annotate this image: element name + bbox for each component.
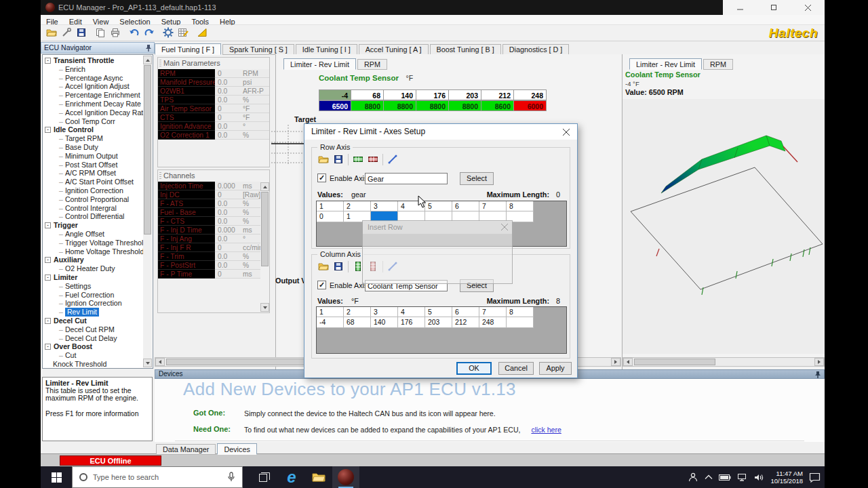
tree-item-igntion-correction[interactable]: Igntion Correction <box>44 299 143 308</box>
apply-button[interactable]: Apply <box>539 362 572 375</box>
scrollbar-thumb[interactable] <box>634 359 715 365</box>
row-axis-enable-checkbox[interactable]: ✓ <box>317 174 326 182</box>
tab-right-1[interactable]: RPM <box>703 59 733 70</box>
tree-item-angle-offset[interactable]: Angle Offset <box>44 230 143 239</box>
row-axis-select-button[interactable]: Select <box>460 172 494 185</box>
tab-tuning-2[interactable]: Idle Tuning [ I ] <box>296 44 357 55</box>
close-icon[interactable] <box>501 224 508 230</box>
tab-tuning-4[interactable]: Boost Tuning [ B ] <box>430 44 501 55</box>
scroll-up-button[interactable] <box>260 182 269 191</box>
pin-icon[interactable] <box>145 44 152 52</box>
axis-header-cell[interactable]: 203 <box>449 89 481 100</box>
people-icon[interactable] <box>688 472 698 482</box>
column-axis-table[interactable]: 12345678-468140176203212248 <box>316 306 567 354</box>
tree-item-idle-control[interactable]: -Idle Control <box>44 125 143 134</box>
microphone-icon[interactable] <box>227 472 235 483</box>
axis-header-cell[interactable]: 140 <box>384 89 416 100</box>
speaker-icon[interactable] <box>754 473 764 482</box>
value-cell[interactable]: 8600 <box>481 100 514 111</box>
taskbar-clock[interactable]: 11:47 AM 10/15/2018 <box>770 470 803 485</box>
axis-value-cell[interactable]: -4 <box>317 317 344 328</box>
axis-index-cell[interactable]: 6 <box>452 201 479 211</box>
tree-item-base-duty[interactable]: Base Duty <box>44 143 143 152</box>
tree-item-fuel-correction[interactable]: Fuel Correction <box>44 291 143 300</box>
tree-item-decel-cut-delay[interactable]: Decel Cut Delay <box>44 334 143 343</box>
value-cell[interactable]: 6500 <box>319 100 351 111</box>
tree-item-settings[interactable]: Settings <box>44 282 143 291</box>
scrollbar-thumb[interactable] <box>261 192 269 266</box>
insert-row-green-button[interactable] <box>351 152 366 166</box>
tree-item-target-rpm[interactable]: Target RPM <box>44 134 143 143</box>
maximize-button[interactable] <box>757 0 791 15</box>
close-button[interactable] <box>791 0 825 15</box>
tree-item-a-c-start-point-offset[interactable]: A/C Start Point Offset <box>44 178 143 186</box>
axis-index-cell[interactable]: 5 <box>425 201 452 211</box>
tree-item-limiter[interactable]: -Limiter <box>44 273 143 282</box>
collapse-icon[interactable]: - <box>45 58 51 64</box>
channels-scrollbar[interactable] <box>260 182 269 312</box>
edge-button[interactable]: e <box>278 466 305 488</box>
scroll-down-button[interactable] <box>143 359 152 367</box>
axis-index-cell[interactable]: 4 <box>398 307 425 317</box>
scroll-left-button[interactable] <box>623 358 633 366</box>
axis-index-cell[interactable]: 1 <box>317 307 344 317</box>
axis-value-cell[interactable]: 140 <box>371 317 398 328</box>
action-center-icon[interactable] <box>809 472 821 483</box>
axis-index-cell[interactable]: 3 <box>371 307 398 317</box>
scroll-up-button[interactable] <box>143 56 152 64</box>
axis-index-cell[interactable]: 6 <box>452 307 479 317</box>
show-hidden-icons-chevron[interactable] <box>705 474 713 480</box>
redo-button[interactable] <box>142 26 157 39</box>
tab-tuning-5[interactable]: Diagnostics [ D ] <box>502 44 570 55</box>
row-axis-input[interactable] <box>365 173 448 184</box>
tree-item-accel-ignition-adjust[interactable]: Accel Ignition Adjust <box>44 82 143 91</box>
save-file-button[interactable] <box>74 26 89 39</box>
axis-value-cell[interactable]: 203 <box>425 317 452 328</box>
save-file-button[interactable] <box>331 260 346 273</box>
tree-item-home-voltage-threshold[interactable]: Home Voltage Threshold <box>44 247 143 256</box>
collapse-icon[interactable]: - <box>45 222 51 228</box>
axis-header-cell[interactable]: 176 <box>416 89 449 100</box>
delete-row-red-button[interactable] <box>366 152 380 166</box>
tree-item-control-proportional[interactable]: Control Proportional <box>44 195 143 204</box>
tree-item-control-differential[interactable]: Control Differential <box>44 212 143 221</box>
settings-gear-button[interactable] <box>161 26 176 39</box>
collapse-icon[interactable]: - <box>45 127 51 133</box>
navigator-scrollbar[interactable] <box>143 56 152 367</box>
tree-item-ignition-correction[interactable]: Ignition Correction <box>44 186 143 195</box>
value-cell[interactable]: 8800 <box>384 100 416 111</box>
scrollbar-thumb[interactable] <box>144 65 151 235</box>
axis-index-cell[interactable]: 3 <box>371 201 398 211</box>
axis-index-cell[interactable]: 2 <box>344 201 371 211</box>
ok-button[interactable]: OK <box>456 362 492 375</box>
tab-center-1[interactable]: RPM <box>357 59 387 70</box>
tab-bottom-0[interactable]: Data Manager <box>156 444 216 455</box>
axis-value-cell[interactable]: 176 <box>398 317 425 328</box>
open-file-button[interactable] <box>44 26 59 39</box>
tree-item-o2-heater-duty[interactable]: O2 Heater Duty <box>44 264 143 273</box>
tree-item-percentage-enrichment[interactable]: Percentage Enrichment <box>44 91 143 100</box>
axis-value-cell[interactable]: 0 <box>317 211 344 222</box>
file-explorer-button[interactable] <box>305 466 332 488</box>
collapse-icon[interactable]: - <box>45 257 51 263</box>
value-cell[interactable]: 8800 <box>351 100 384 111</box>
axis-index-cell[interactable]: 7 <box>479 307 507 317</box>
network-icon[interactable] <box>737 473 748 481</box>
tree-item-control-intergral[interactable]: Control Intergral <box>44 204 143 213</box>
tab-tuning-3[interactable]: Accel Tuning [ A ] <box>359 44 429 55</box>
tree-item-decel-cut-rpm[interactable]: Decel Cut RPM <box>44 325 143 334</box>
axis-value-cell[interactable]: 68 <box>344 317 371 328</box>
axis-header-cell[interactable]: 212 <box>481 89 514 100</box>
minimize-button[interactable] <box>723 0 757 15</box>
tree-item-a-c-rpm-offset[interactable]: A/C RPM Offset <box>44 169 143 178</box>
axis-header-cell[interactable]: -4 <box>319 89 351 100</box>
tree-item-accel-ignition-decay-rate[interactable]: Accel Ignition Decay Rate <box>44 108 143 117</box>
tree-item-decel-cut[interactable]: -Decel Cut <box>44 317 143 325</box>
taskbar-search[interactable] <box>72 466 243 488</box>
tree-item-enrichment-decay-rate[interactable]: Enrichment Decay Rate <box>44 100 143 108</box>
axis-value-cell[interactable]: 248 <box>479 317 507 328</box>
tree-item-transient-throttle[interactable]: -Transient Throttle <box>44 56 143 65</box>
column-axis-enable-checkbox[interactable]: ✓ <box>317 281 326 289</box>
search-input[interactable] <box>93 473 227 481</box>
scroll-down-button[interactable] <box>260 303 269 312</box>
